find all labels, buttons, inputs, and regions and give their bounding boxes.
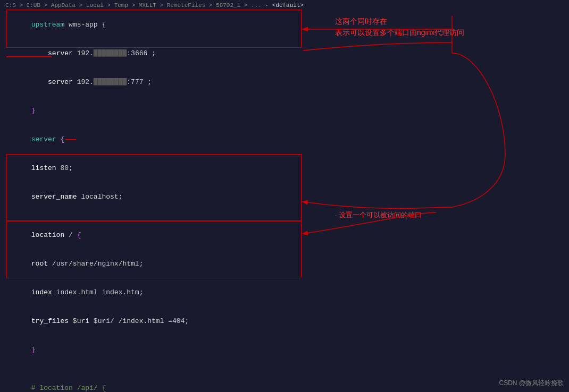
code-line: server_name localhost; [5,183,330,211]
annotation-bottom: · 设置一个可以被访问的端口 [335,210,422,220]
code-line: server 192.████████:777 ; [5,68,330,97]
code-line: server 192.████████:3666 ; [5,39,330,68]
code-line: server { [5,125,330,154]
annotation-top: 这两个同时存在 表示可以设置多个端口由nginx代理访问 [335,16,464,38]
code-area: C:S > C:UB > AppData > Local > Temp > MX… [0,0,330,392]
code-line: } [5,336,330,364]
code-line: } [5,97,330,125]
csdn-watermark: CSDN @微风轻吟挽歌 [499,379,564,388]
code-line: index index.html index.htm; [5,278,330,307]
code-line: location / { [5,221,330,250]
code-line [5,211,330,221]
code-line: upstream wms-app { [5,11,330,39]
code-line [5,364,330,374]
code-line: try_files $uri $uri/ /index.html =404; [5,307,330,336]
code-line: # location /api/ { [5,374,330,392]
code-line: listen 80; [5,154,330,183]
annotation-area: 这两个同时存在 表示可以设置多个端口由nginx代理访问 · 设置一个可以被访问… [319,0,569,392]
code-line: root /usr/share/nginx/html; [5,250,330,278]
breadcrumb: C:S > C:UB > AppData > Local > Temp > MX… [5,2,330,8]
